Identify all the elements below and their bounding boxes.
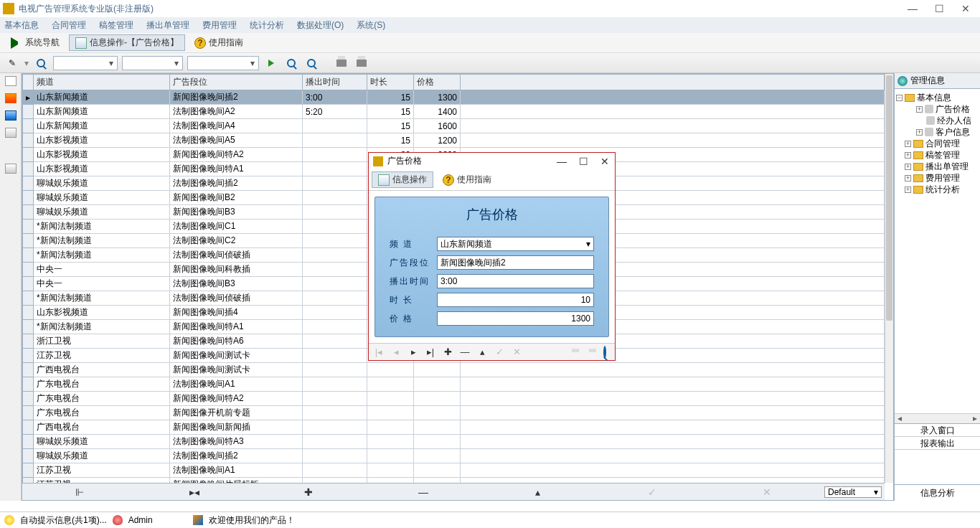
leftstrip-btn-4[interactable] (5, 128, 17, 138)
menu-basic-info[interactable]: 基本信息 (4, 19, 39, 32)
close-button[interactable]: ✕ (961, 3, 970, 14)
filter-combo-2[interactable]: ▾ (122, 56, 183, 70)
usage-guide-label: 使用指南 (209, 37, 243, 49)
search-icon[interactable] (33, 55, 49, 71)
leftstrip-btn-3[interactable] (5, 110, 17, 121)
globe-icon (897, 76, 908, 86)
col-price[interactable]: 价格 (414, 75, 461, 90)
folder-icon (913, 151, 923, 159)
rec-prev[interactable]: ◂ (390, 346, 402, 357)
nav-up[interactable]: ▴ (481, 486, 595, 498)
minimize-button[interactable]: — (908, 3, 918, 14)
print-icon[interactable] (354, 55, 369, 71)
table-row[interactable]: 广西电视台新闻图像晚间新闻插 (23, 420, 885, 435)
filter-combo-1[interactable]: ▾ (53, 56, 118, 70)
menu-contract[interactable]: 合同管理 (52, 19, 86, 32)
table-row[interactable]: 江苏卫视新闻图像晚间片尾标版 (23, 478, 885, 484)
rec-first[interactable]: |◂ (373, 346, 385, 357)
filter-input-1[interactable] (54, 57, 105, 70)
style-selector[interactable]: Default▾ (824, 486, 882, 498)
status-tip[interactable]: 自动提示信息(共1项)... (20, 514, 107, 527)
col-channel[interactable]: 频道 (34, 75, 170, 90)
table-row[interactable]: 山东影视频道法制图像晚间A5151200 (23, 133, 885, 148)
filter-combo-3[interactable]: ▾ (187, 56, 259, 70)
table-row[interactable]: ▸山东新闻频道新闻图像晚间插23:00151300 (23, 90, 885, 105)
rec-next[interactable]: ▸ (407, 346, 419, 357)
dlg-search[interactable] (599, 346, 611, 357)
leaf-icon (926, 116, 935, 125)
duration-label: 时 长 (390, 294, 430, 306)
table-row[interactable]: 广西电视台新闻图像晚间测试卡 (23, 363, 885, 377)
system-nav-label: 系统导航 (25, 37, 60, 49)
maximize-button[interactable]: ☐ (935, 3, 944, 14)
dialog-titlebar[interactable]: 广告价格 — ☐ ✕ (369, 153, 615, 169)
user-icon (113, 515, 123, 525)
rec-cancel[interactable]: ✕ (511, 346, 522, 357)
tree-hscroll[interactable]: ◂▸ (895, 413, 980, 423)
col-duration[interactable]: 时长 (367, 75, 414, 90)
slot-input[interactable] (437, 255, 594, 270)
link-info-analysis[interactable]: 信息分析 (895, 485, 980, 501)
filter-input-3[interactable] (188, 57, 247, 70)
find-user-icon[interactable] (283, 55, 299, 71)
dialog-close[interactable]: ✕ (599, 156, 611, 167)
table-row[interactable]: 聊城娱乐频道法制图像晚间插2 (23, 449, 885, 463)
dialog-tab-guide[interactable]: ? 使用指南 (436, 171, 498, 188)
time-input[interactable] (437, 274, 594, 288)
table-row[interactable]: 山东新闻频道法制图像晚间A25:20151400 (23, 105, 885, 119)
print-preview-icon[interactable] (334, 55, 349, 71)
nav-cancel[interactable]: ✕ (710, 486, 824, 498)
rec-edit[interactable]: ▴ (476, 346, 488, 357)
rec-add[interactable]: ✚ (442, 346, 453, 357)
nav-add[interactable]: ✚ (251, 486, 366, 498)
dialog-tab-info[interactable]: 信息操作 (372, 171, 433, 188)
nav-remove[interactable]: — (366, 486, 481, 498)
channel-select[interactable]: 山东新闻频道▾ (437, 237, 594, 251)
folder-icon (913, 163, 923, 171)
table-row[interactable]: 聊城娱乐频道法制图像晚间特A3 (23, 435, 885, 449)
right-panel-header: 管理信息 (895, 73, 980, 89)
filter-input-2[interactable] (123, 57, 171, 70)
nav-first[interactable]: ⊩ (22, 486, 137, 498)
col-time[interactable]: 播出时间 (303, 75, 367, 90)
leftstrip-btn-2[interactable] (5, 93, 17, 103)
col-slot[interactable]: 广告段位 (170, 75, 303, 90)
leftstrip-btn-5[interactable] (5, 164, 17, 174)
rec-save[interactable]: ✓ (494, 346, 505, 357)
menu-stats[interactable]: 统计分析 (250, 19, 284, 32)
menu-script[interactable]: 稿签管理 (99, 19, 133, 32)
nav-check[interactable]: ✓ (595, 486, 710, 498)
find-doc-icon[interactable] (303, 55, 319, 71)
channel-label: 频 道 (390, 238, 430, 250)
rec-remove[interactable]: — (459, 346, 471, 357)
price-label: 价 格 (390, 313, 430, 325)
menu-system[interactable]: 系统(S) (357, 19, 385, 32)
vertical-scrollbar[interactable] (885, 74, 893, 483)
menu-fee[interactable]: 费用管理 (202, 19, 237, 32)
duration-input[interactable] (437, 293, 594, 307)
leftstrip-btn-1[interactable] (5, 76, 17, 86)
run-button[interactable] (263, 55, 279, 71)
dialog-form: 广告价格 频 道 山东新闻频道▾ 广告段位 播出时间 时 长 价 格 (374, 197, 609, 337)
table-row[interactable]: 江苏卫视法制图像晚间A1 (23, 463, 885, 478)
table-row[interactable]: 广东电视台法制图像晚间A1 (23, 377, 885, 392)
status-welcome: 欢迎使用我们的产品！ (209, 514, 295, 527)
dialog-minimize[interactable]: — (556, 156, 567, 167)
link-input-window[interactable]: 录入窗口 (895, 424, 980, 437)
table-row[interactable]: 广东电视台新闻图像开机前专题 (23, 406, 885, 420)
usage-guide-button[interactable]: ? 使用指南 (188, 34, 250, 51)
system-nav-button[interactable]: 系统导航 (4, 34, 66, 51)
info-operation-button[interactable]: 信息操作-【广告价格】 (69, 34, 185, 51)
nav-prev[interactable]: ▸◂ (137, 486, 252, 498)
link-report-output[interactable]: 报表输出 (895, 437, 980, 450)
price-input[interactable] (437, 311, 594, 326)
menu-broadcast[interactable]: 播出单管理 (146, 19, 189, 32)
table-row[interactable]: 广东电视台新闻图像晚间特A2 (23, 392, 885, 406)
rec-last[interactable]: ▸| (425, 346, 436, 357)
nav-tree[interactable]: −基本信息 +广告价格 经办人信 +客户信息 +合同管理 +稿签管理 +播出单管… (895, 89, 980, 413)
slot-label: 广告段位 (390, 257, 430, 269)
table-row[interactable]: 山东新闻频道法制图像晚间A4151600 (23, 119, 885, 133)
menu-data[interactable]: 数据处理(O) (297, 19, 344, 32)
edit-icon[interactable]: ✎ (4, 55, 20, 71)
dialog-maximize[interactable]: ☐ (578, 156, 589, 167)
